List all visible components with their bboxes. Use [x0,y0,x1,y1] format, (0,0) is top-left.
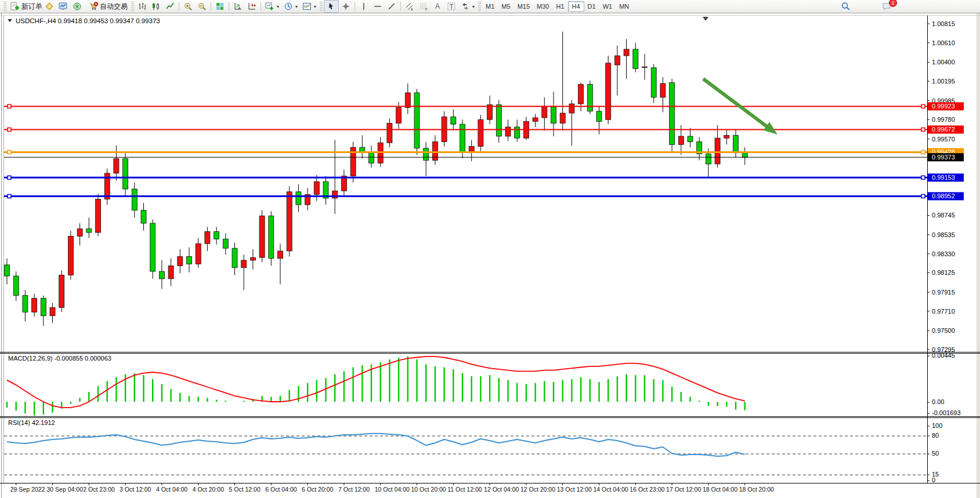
linechart-icon[interactable] [163,1,177,12]
line-handle[interactable] [8,104,11,108]
channel-icon[interactable]: E [403,1,417,12]
autoscroll-icon[interactable] [231,1,245,12]
price-axis-label: 1.00195 [932,78,955,85]
time-axis-label: 7 Oct 12:00 [338,486,370,493]
newchart-drop[interactable]: ▾ [263,1,281,12]
candle-body [77,229,82,237]
time-axis-label: 10 Oct 20:00 [411,486,446,493]
labelT-icon[interactable]: T [444,1,458,12]
candle-body [150,223,156,271]
time-axis-label: 12 Oct 20:00 [520,486,555,493]
main-toolbar: 新订单自动交易▾▾▾EFAT▾M1M5M15M30H1H4D1W1MN1 [0,0,980,13]
time-axis-label: 18 Oct 04:00 [703,486,737,493]
price-axis-label: 0.99570 [932,136,955,143]
candle-body [614,56,620,65]
line-handle[interactable] [8,150,11,154]
candle-body [469,147,474,152]
candle-body [460,124,465,152]
candle-body [13,276,19,296]
candle-body [706,154,711,164]
vline-icon[interactable] [357,1,371,12]
gold-gem[interactable] [45,2,54,11]
timeframe-MN-button[interactable]: MN [616,1,632,12]
candle-body [159,271,164,279]
svg-text:E: E [411,8,413,11]
line-handle[interactable] [921,194,925,198]
candle-body [587,85,592,111]
clock-drop[interactable]: ▾ [281,1,300,12]
timeframe-H1-button[interactable]: H1 [552,1,567,12]
crosshair-icon[interactable] [339,1,353,12]
line-handle[interactable] [8,176,11,179]
monitor-chart[interactable] [59,2,68,11]
mt4-window: { "toolbar": { "new_order_label": "新订单",… [0,0,980,498]
textA-icon[interactable]: A [431,1,444,12]
zoomout-icon[interactable] [195,1,209,12]
tiles-icon[interactable] [213,1,227,12]
line-handle[interactable] [8,128,11,131]
candle-body [360,147,365,152]
notification-badge: 1 [889,0,897,7]
toolbar-grip[interactable] [320,2,323,11]
line-handle[interactable] [8,194,11,198]
candle-body [250,257,255,260]
svg-text:A: A [435,2,440,10]
candle-body [332,191,338,198]
candle-body [414,93,420,148]
candle-body [196,243,201,264]
cursor-icon[interactable] [324,0,339,13]
hline-icon[interactable] [371,1,385,12]
chart-canvas[interactable]: 1.008151.006101.004001.001950.999850.997… [0,0,980,498]
candle-body [715,138,720,164]
fibo-icon[interactable]: F [417,1,431,12]
candle-body [96,199,101,232]
arrows-drop[interactable]: ▾ [458,1,477,12]
chat-icon[interactable]: 1 [880,1,894,12]
candle-body [542,107,547,118]
zoomin-icon[interactable] [181,1,195,12]
toolbar-grip[interactable] [131,2,134,11]
shift-icon[interactable] [245,1,259,12]
candle-body [205,231,210,243]
time-axis-label: 5 Oct 12:00 [229,486,261,493]
line-handle[interactable] [921,150,925,154]
toolbar-grip[interactable] [478,2,481,11]
candle-body [187,257,192,264]
macd-axis-label: 0.00445 [932,352,955,359]
candle-body [551,107,556,123]
trendline-icon[interactable] [385,1,399,12]
timeframe-M5-button[interactable]: M5 [498,1,513,12]
candle-body [241,260,247,268]
time-axis-label: 6 Oct 20:00 [302,486,333,493]
candle-body [314,181,319,194]
candle-body [232,248,237,268]
toolbar-grip[interactable] [3,2,6,11]
timeframe-W1-button[interactable]: W1 [599,1,616,12]
line-handle[interactable] [921,104,925,108]
timeframe-M30-button[interactable]: M30 [533,1,552,12]
autotrading-button[interactable]: 自动交易 [86,1,130,12]
candles-icon[interactable] [149,1,163,12]
time-axis-label: 11 Oct 12:00 [447,486,482,493]
timeframe-D1-button[interactable]: D1 [584,1,599,12]
bars-icon[interactable] [135,1,149,12]
candle-body [50,307,55,315]
timeframe-M15-button[interactable]: M15 [514,1,533,12]
timeframe-M1-button[interactable]: M1 [482,1,498,12]
new-order-button[interactable]: 新订单 [8,1,45,12]
candle-body [41,298,46,315]
line-handle[interactable] [921,176,925,179]
timeframe-H4-button[interactable]: H4 [568,1,584,12]
candle-body [178,257,183,266]
candle-body [141,210,146,223]
candle-body [515,127,520,138]
time-axis-label: 4 Oct 04:00 [156,486,187,493]
template-drop[interactable]: ▾ [300,1,319,12]
line-handle[interactable] [921,128,925,131]
search-icon[interactable] [838,1,853,12]
price-axis-label: 1.00610 [932,39,955,46]
svg-text:T: T [450,3,453,10]
candle-body [678,136,684,144]
candle-body [405,93,410,108]
signal-globe[interactable] [73,2,82,11]
